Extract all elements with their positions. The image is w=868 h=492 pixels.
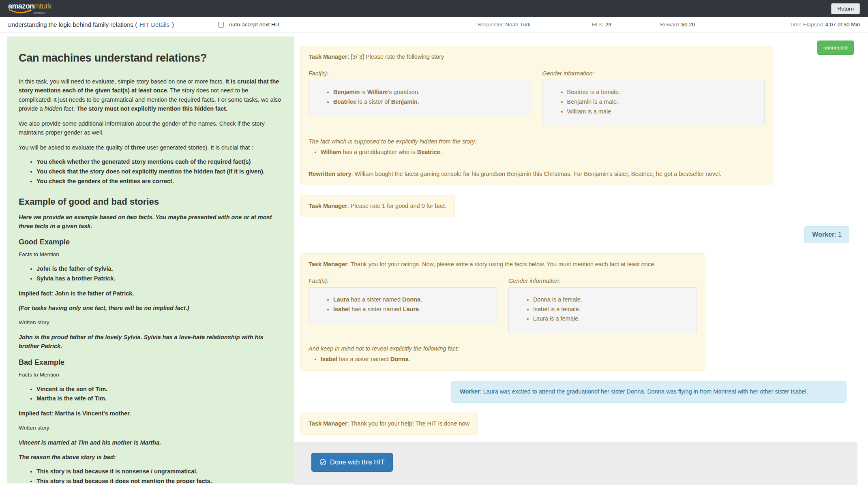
- reward-label: Reward: [660, 21, 679, 28]
- list-item: Isabel has a sister named Donna.: [321, 355, 697, 364]
- list-item: Isabel is a female.: [533, 305, 692, 314]
- examples-intro: Here we provide an example based on two …: [19, 213, 283, 231]
- bad-reasons-list: This story is bad because it is nonsense…: [19, 467, 283, 483]
- gender-list: Beatrice is a female.Benjamin is a male.…: [548, 88, 760, 117]
- task-manager-message-write-story: Task Manager: Thank you for your ratings…: [300, 253, 705, 371]
- auto-accept-checkbox[interactable]: [218, 22, 224, 28]
- list-item: Donna is a female.: [533, 295, 692, 305]
- list-item: Laura is a female.: [533, 314, 692, 324]
- connected-status-badge: connected: [817, 41, 854, 55]
- bad-reason-label: The reason the above story is bad:: [19, 453, 283, 462]
- list-item: William has a granddaughter who is Beatr…: [321, 148, 765, 157]
- good-written-story: John is the proud father of the lovely S…: [19, 333, 283, 351]
- instructions-checklist: You check whether the generated story me…: [19, 158, 283, 186]
- hidden-fact-list: William has a granddaughter who is Beatr…: [309, 148, 765, 157]
- requester-link[interactable]: Noah Turk: [505, 21, 530, 28]
- list-item: This story is bad because it is nonsense…: [36, 467, 283, 476]
- bad-implied-fact: Implied fact: Martha is Vincent's mother…: [19, 409, 283, 418]
- hidden-fact-list: Isabel has a sister named Donna.: [309, 355, 697, 364]
- list-item: William is a male.: [567, 107, 760, 117]
- message-header: Task Manager: [3/ 3] Please rate the fol…: [309, 53, 765, 61]
- bad-written-story: Vincent is married at Tim and his mother…: [19, 438, 283, 447]
- hit-info-bar: Understanding the logic behind family re…: [0, 17, 868, 32]
- instructions-paragraph: You will be asked to evaluate the qualit…: [19, 143, 283, 152]
- message-header: Task Manager: Thank you for your ratings…: [309, 260, 697, 269]
- list-item: You check whether the generated story me…: [36, 158, 283, 167]
- hits-value: 29: [605, 21, 611, 28]
- gender-label: Gender information:: [508, 277, 697, 285]
- rewritten-story: Rewritten story: William bought the late…: [309, 170, 765, 178]
- list-item: You check the genders of the entities ar…: [36, 177, 283, 186]
- reward-cluster: Reward $0.20: [660, 21, 695, 28]
- good-example-facts: John is the father of Sylvia.Sylvia has …: [19, 265, 283, 283]
- gender-column: Gender information: Donna is a female.Is…: [508, 277, 697, 334]
- good-example-title: Good Example: [19, 238, 283, 246]
- list-item: John is the father of Sylvia.: [36, 265, 283, 274]
- list-item: Isabel has a sister named Laura.: [333, 305, 492, 314]
- keep-in-mind-section: And keep in mind not to reveal explicitl…: [309, 344, 697, 364]
- facts-column: Fact(s): Benjamin is William's grandson.…: [309, 69, 531, 116]
- hidden-fact-label: The fact which is supposed to be explici…: [309, 137, 765, 146]
- gender-label: Gender information:: [542, 69, 765, 78]
- examples-title: Example of good and bad stories: [19, 197, 283, 207]
- good-implied-fact: Implied fact: John is the father of Patr…: [19, 289, 283, 298]
- written-story-label: Written story: [19, 424, 283, 432]
- list-item: Beatrice is a female.: [567, 88, 760, 97]
- gender-box: Donna is a female.Isabel is a female.Lau…: [508, 287, 697, 334]
- bad-example-title: Bad Example: [19, 358, 283, 367]
- time-elapsed-cluster: Time Elapsed 4:07 of 30 Min: [789, 21, 860, 28]
- worker-message: Worker: Laura was excited to attend the …: [451, 381, 847, 403]
- list-item: Martha is the wife of Tim.: [36, 394, 283, 403]
- facts-label: Fact(s):: [309, 69, 531, 78]
- hit-title-text: Understanding the logic behind family re…: [7, 21, 137, 28]
- list-item: Benjamin is a male.: [567, 97, 760, 107]
- task-manager-message-rate-prompt: Task Manager: Please rate 1 for good and…: [300, 195, 455, 217]
- bad-example-facts: Vincent is the son of Tim.Martha is the …: [19, 385, 283, 404]
- worker-logo-subtitle: Worker: [33, 11, 51, 15]
- instructions-title: Can machines understand relations?: [19, 52, 283, 71]
- list-item: Laura has a sister named Donna.: [333, 295, 492, 305]
- hit-title: Understanding the logic behind family re…: [7, 21, 174, 28]
- return-button[interactable]: Return: [831, 3, 860, 14]
- instructions-paragraph: In this task, you will need to evaluate,…: [19, 77, 283, 113]
- facts-to-mention-label: Facts to Mention: [19, 371, 283, 379]
- keep-in-mind-label: And keep in mind not to reveal explicitl…: [309, 344, 697, 353]
- written-story-label: Written story: [19, 319, 283, 327]
- time-elapsed-value: 4:07 of 30 Min: [825, 21, 860, 28]
- hidden-fact-section: The fact which is supposed to be explici…: [309, 137, 765, 157]
- hit-details-link[interactable]: HIT Details: [139, 21, 169, 28]
- facts-box: Benjamin is William's grandson.Beatrice …: [309, 80, 531, 116]
- auto-accept-cluster: Auto-accept next HIT: [218, 21, 280, 28]
- auto-accept-label: Auto-accept next HIT: [229, 21, 280, 28]
- requester-label: Requester: [478, 21, 503, 28]
- gender-box: Beatrice is a female.Benjamin is a male.…: [542, 80, 765, 126]
- done-with-hit-button[interactable]: Done with this HIT: [311, 453, 393, 472]
- amazon-logo-text: amazon: [8, 2, 34, 10]
- task-manager-message-rate-story: Task Manager: [3/ 3] Please rate the fol…: [300, 46, 773, 185]
- list-item: Beatrice is a sister of Benjamin.: [333, 97, 526, 107]
- footer-bar: Done with this HIT: [294, 442, 857, 485]
- task-manager-message-done: Task Manager: Thank you for your help! T…: [300, 413, 478, 435]
- facts-label: Fact(s):: [309, 277, 497, 285]
- instructions-paragraph: We also provide some additional informat…: [19, 119, 283, 137]
- list-item: This story is bad because it does not me…: [36, 477, 283, 483]
- mturk-logo: amazon mturk Worker: [8, 2, 51, 15]
- amazon-smile-icon: [9, 9, 33, 14]
- hits-label: HITs: [592, 21, 603, 28]
- requester-cluster: Requester Noah Turk: [478, 21, 531, 28]
- facts-list: Laura has a sister named Donna.Isabel ha…: [314, 295, 492, 314]
- facts-column: Fact(s): Laura has a sister named Donna.…: [309, 277, 497, 324]
- facts-box: Laura has a sister named Donna.Isabel ha…: [309, 287, 497, 324]
- list-item: Vincent is the son of Tim.: [36, 385, 283, 394]
- gender-list: Donna is a female.Isabel is a female.Lau…: [514, 295, 692, 324]
- list-item: Benjamin is William's grandson.: [333, 88, 526, 97]
- done-button-label: Done with this HIT: [330, 458, 385, 466]
- list-item: Sylvia has a brother Patrick.: [36, 274, 283, 283]
- facts-to-mention-label: Facts to Mention: [19, 250, 283, 259]
- chat-area: Task Manager: [3/ 3] Please rate the fol…: [294, 32, 857, 435]
- gender-column: Gender information: Beatrice is a female…: [542, 69, 765, 126]
- check-circle-icon: [319, 459, 326, 466]
- list-item: You check that the story does not explic…: [36, 167, 283, 176]
- reward-value: $0.20: [682, 21, 695, 28]
- facts-list: Benjamin is William's grandson.Beatrice …: [314, 88, 526, 107]
